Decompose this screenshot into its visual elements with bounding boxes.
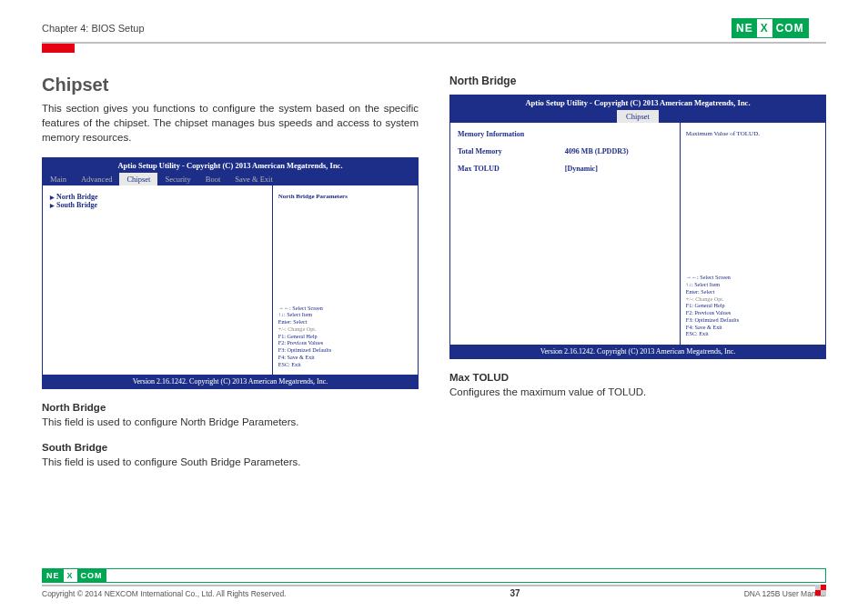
north-bridge-desc: This field is used to configure North Br…	[42, 415, 419, 429]
bios-menu-bar: Main Advanced Chipset Security Boot Save…	[43, 173, 418, 185]
bios-help-keys-2: →←: Select Screen ↑↓: Select Item Enter:…	[686, 274, 820, 337]
red-tab	[42, 44, 826, 53]
section-title-north-bridge: North Bridge	[449, 75, 826, 87]
bios-title: Aptio Setup Utility - Copyright (C) 2013…	[43, 158, 418, 173]
left-column: Chipset This section gives you functions…	[42, 75, 419, 469]
page-footer: NE X COM Copyright © 2014 NEXCOM Interna…	[42, 568, 826, 598]
bios-item-north-bridge[interactable]: North Bridge	[50, 193, 265, 201]
page-number: 37	[510, 588, 520, 598]
page-header: Chapter 4: BIOS Setup NE X COM	[42, 18, 826, 44]
bios-tab-boot[interactable]: Boot	[198, 173, 228, 185]
chipset-intro: This section gives you functions to conf…	[42, 101, 419, 145]
bios-tab-advanced[interactable]: Advanced	[74, 173, 119, 185]
bios-title-2: Aptio Setup Utility - Copyright (C) 2013…	[450, 95, 825, 110]
bios-tab-main[interactable]: Main	[43, 173, 74, 185]
bios-footer-2: Version 2.16.1242. Copyright (C) 2013 Am…	[450, 345, 825, 358]
south-bridge-heading: South Bridge	[42, 442, 419, 453]
bios-help-top-2: Maximum Value of TOLUD.	[686, 130, 820, 137]
south-bridge-desc: This field is used to configure South Br…	[42, 455, 419, 469]
footer-squares-icon	[815, 585, 826, 596]
max-tolud-label: Max TOLUD	[458, 165, 565, 173]
chapter-label: Chapter 4: BIOS Setup	[42, 23, 145, 34]
footer-logo: NE X COM	[42, 568, 826, 583]
bios-tab-row-2: Chipset	[450, 110, 825, 123]
footer-doc-name: DNA 125B User Manual	[744, 589, 826, 598]
bios-tab-save[interactable]: Save & Exit	[227, 173, 280, 185]
bios-memory-panel: Memory Information Total Memory 4096 MB …	[450, 123, 681, 345]
nexcom-logo: NE X COM	[732, 18, 826, 38]
max-tolud-heading: Max TOLUD	[449, 372, 826, 383]
bios-screenshot-north-bridge: Aptio Setup Utility - Copyright (C) 2013…	[449, 95, 826, 359]
bios-tab-chipset-2[interactable]: Chipset	[617, 110, 659, 123]
bios-help-top: North Bridge Parameters	[278, 193, 412, 200]
max-tolud-desc: Configures the maximum value of TOLUD.	[449, 385, 826, 399]
bios-screenshot-chipset: Aptio Setup Utility - Copyright (C) 2013…	[42, 157, 419, 389]
footer-copyright: Copyright © 2014 NEXCOM International Co…	[42, 589, 286, 598]
total-memory-label: Total Memory	[458, 147, 565, 155]
north-bridge-heading: North Bridge	[42, 402, 419, 413]
bios-item-list: North Bridge South Bridge	[43, 185, 273, 375]
total-memory-value: 4096 MB (LPDDR3)	[565, 147, 672, 155]
bios-tab-security[interactable]: Security	[157, 173, 197, 185]
max-tolud-value[interactable]: [Dynamic]	[565, 165, 672, 173]
section-title-chipset: Chipset	[42, 75, 419, 95]
bios-footer: Version 2.16.1242. Copyright (C) 2013 Am…	[43, 375, 418, 388]
bios-item-south-bridge[interactable]: South Bridge	[50, 201, 265, 209]
memory-info-heading: Memory Information	[458, 130, 672, 138]
right-column: North Bridge Aptio Setup Utility - Copyr…	[449, 75, 826, 469]
bios-tab-chipset[interactable]: Chipset	[119, 173, 157, 185]
bios-help-keys: →←: Select Screen ↑↓: Select Item Enter:…	[278, 305, 412, 368]
